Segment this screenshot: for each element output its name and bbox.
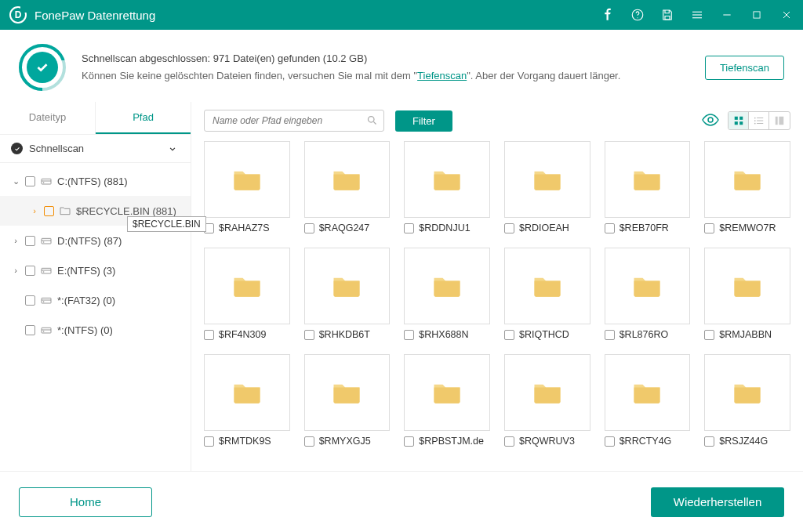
filter-button[interactable]: Filter <box>395 110 452 132</box>
file-name: $RL876RO <box>620 329 669 340</box>
checkbox[interactable] <box>204 330 214 340</box>
view-list-icon[interactable] <box>749 112 769 129</box>
checkbox[interactable] <box>704 330 714 340</box>
tree-item[interactable]: ›$RECYCLE.BIN (881)$RECYCLE.BIN <box>0 196 191 226</box>
checkbox[interactable] <box>304 330 314 340</box>
file-card[interactable]: $REB70FR <box>605 141 691 233</box>
tree-head-quickscan[interactable]: Schnellscan <box>0 135 191 163</box>
save-icon[interactable] <box>660 8 674 22</box>
file-card[interactable]: $RAQG247 <box>304 141 391 233</box>
recover-button[interactable]: Wiederherstellen <box>651 487 784 517</box>
svg-point-13 <box>43 241 44 242</box>
svg-rect-29 <box>734 121 737 125</box>
file-card[interactable]: $RMTDK9S <box>204 354 290 447</box>
file-card[interactable]: $RAHAZ7S <box>204 141 290 233</box>
tab-path[interactable]: Pfad <box>96 102 191 134</box>
view-grid-icon[interactable] <box>729 112 749 129</box>
checkbox[interactable] <box>25 176 35 186</box>
folder-icon <box>530 161 565 198</box>
file-card[interactable]: $REMWO7R <box>704 141 790 233</box>
drive-icon <box>40 175 53 187</box>
minimize-icon[interactable] <box>720 8 734 22</box>
preview-icon[interactable] <box>701 110 720 132</box>
tree-item[interactable]: *:(NTFS) (0) <box>0 315 191 345</box>
file-card[interactable]: $RHX688N <box>404 248 490 340</box>
file-card[interactable]: $RSJZ44G <box>704 354 790 447</box>
file-card[interactable]: $RPBSTJM.de <box>404 354 490 447</box>
checkbox[interactable] <box>704 223 714 233</box>
home-button[interactable]: Home <box>19 487 152 517</box>
svg-rect-38 <box>779 117 783 125</box>
tree-item[interactable]: ›E:(NTFS) (3) <box>0 255 191 285</box>
thumbnail <box>605 141 691 218</box>
svg-point-34 <box>754 118 755 119</box>
checkbox[interactable] <box>404 330 414 340</box>
file-card[interactable]: $RL876RO <box>605 248 691 340</box>
help-icon[interactable] <box>630 8 645 22</box>
checkbox[interactable] <box>25 295 35 306</box>
tooltip: $RECYCLE.BIN <box>127 216 206 232</box>
drive-icon <box>40 264 53 277</box>
titlebar: D FonePaw Datenrettung <box>0 0 803 30</box>
folder-icon <box>530 268 565 305</box>
checkbox[interactable] <box>44 206 54 216</box>
checkbox[interactable] <box>704 436 714 447</box>
facebook-icon[interactable] <box>601 8 615 22</box>
file-card[interactable]: $RQWRUV3 <box>504 354 590 447</box>
tree-label: *:(FAT32) (0) <box>57 295 115 306</box>
tree-head-label: Schnellscan <box>29 143 84 154</box>
checkbox[interactable] <box>504 330 514 340</box>
file-card[interactable]: $RRCTY4G <box>605 354 691 447</box>
checkbox[interactable] <box>504 223 514 233</box>
checkbox[interactable] <box>25 266 35 276</box>
file-card[interactable]: $RDIOEAH <box>504 141 590 233</box>
checkbox[interactable] <box>504 436 514 447</box>
checkbox[interactable] <box>404 436 414 447</box>
file-name: $RDIOEAH <box>519 223 569 233</box>
checkbox[interactable] <box>25 325 35 335</box>
thumbnail <box>204 354 290 431</box>
file-card[interactable]: $RMYXGJ5 <box>304 354 391 447</box>
svg-point-36 <box>754 123 755 125</box>
file-card[interactable]: $RDDNJU1 <box>404 141 490 233</box>
checkbox[interactable] <box>25 236 35 246</box>
search-input[interactable] <box>204 110 384 132</box>
view-detail-icon[interactable] <box>769 112 790 129</box>
thumbnail <box>204 248 290 324</box>
file-name: $RIQTHCD <box>519 329 569 340</box>
checkbox[interactable] <box>304 436 314 447</box>
file-card[interactable]: $RMJABBN <box>704 248 790 340</box>
svg-point-22 <box>43 331 44 331</box>
deepscan-button[interactable]: Tiefenscan <box>705 56 784 80</box>
file-card[interactable]: $RHKDB6T <box>304 248 391 340</box>
checkbox[interactable] <box>204 436 214 447</box>
checkbox[interactable] <box>605 330 615 340</box>
deepscan-link[interactable]: Tiefenscan <box>417 70 467 81</box>
checkbox[interactable] <box>605 223 615 233</box>
checkbox[interactable] <box>404 223 414 233</box>
tree-item[interactable]: *:(FAT32) (0) <box>0 285 191 315</box>
close-icon[interactable] <box>779 8 794 22</box>
thumbnail <box>304 354 391 431</box>
svg-rect-9 <box>42 179 51 184</box>
chevron-down-icon[interactable]: ⌄ <box>11 176 20 186</box>
svg-line-25 <box>373 121 376 124</box>
maximize-icon[interactable] <box>750 8 764 22</box>
menu-icon[interactable] <box>690 8 704 22</box>
svg-rect-18 <box>42 298 51 303</box>
scan-summary: Schnellscan abgeschlossen: 971 Datei(en)… <box>0 30 803 102</box>
file-card[interactable]: $RF4N309 <box>204 248 290 340</box>
chevron-right-icon[interactable]: › <box>11 266 20 275</box>
tab-filetype[interactable]: Dateityp <box>0 102 96 134</box>
thumbnail <box>704 248 790 324</box>
file-card[interactable]: $RIQTHCD <box>504 248 590 340</box>
checkbox[interactable] <box>605 436 615 447</box>
tree-item[interactable]: ⌄C:(NTFS) (881) <box>0 166 191 196</box>
chevron-right-icon[interactable]: › <box>30 206 39 215</box>
tree-label: D:(NTFS) (87) <box>57 235 122 247</box>
chevron-right-icon[interactable]: › <box>11 236 20 245</box>
tree-label: $RECYCLE.BIN (881) <box>76 205 176 217</box>
checkbox[interactable] <box>304 223 314 233</box>
scan-result-text: Schnellscan abgeschlossen: 971 Datei(en)… <box>82 50 689 67</box>
search-icon[interactable] <box>366 114 378 128</box>
